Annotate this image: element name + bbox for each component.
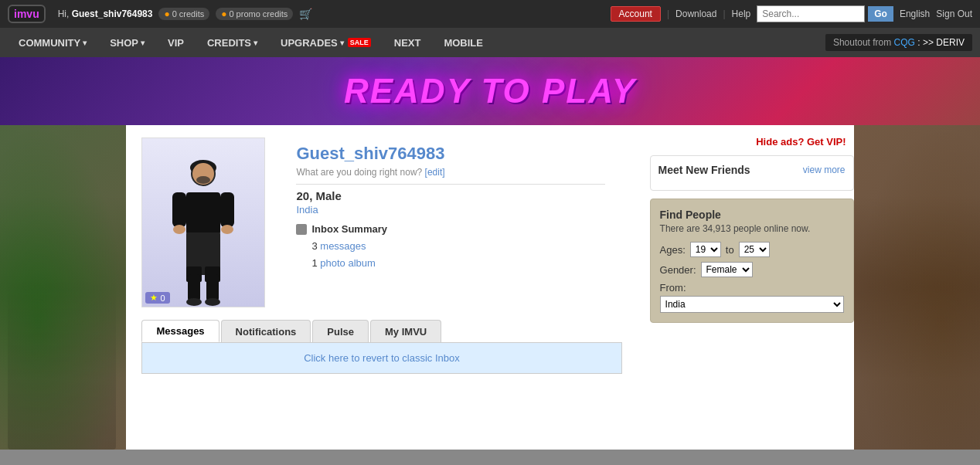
svg-rect-6 xyxy=(220,192,234,227)
view-more-link[interactable]: view more xyxy=(803,165,846,175)
status-text: What are you doing right now? xyxy=(296,167,422,178)
svg-point-14 xyxy=(186,298,202,306)
albums-line: 1 photo album xyxy=(311,255,621,272)
svg-rect-5 xyxy=(172,192,186,227)
from-select[interactable]: India United States United Kingdom Canad… xyxy=(660,296,844,313)
svg-point-8 xyxy=(221,225,233,234)
credits-label: credits xyxy=(179,9,204,19)
nav-upgrades-arrow: ▾ xyxy=(340,39,344,47)
star-count: 0 xyxy=(160,294,165,303)
search-input[interactable] xyxy=(757,5,865,22)
account-button[interactable]: Account xyxy=(611,6,661,22)
download-link[interactable]: Download xyxy=(675,8,716,19)
nav-shop-label: SHOP xyxy=(110,37,138,49)
messages-line: 3 messages xyxy=(311,238,621,255)
profile-status-line: What are you doing right now? [edit] xyxy=(296,167,621,178)
nav-upgrades[interactable]: UPGRADES ▾ SALE xyxy=(270,31,382,55)
shoutout-label: Shoutout from xyxy=(833,37,891,48)
profile-area: ★ 0 Guest_shiv764983 What are you doing … xyxy=(126,125,637,320)
right-sidebar: Hide ads? Get VIP! Meet New Friends view… xyxy=(638,125,854,450)
nav-vip[interactable]: VIP xyxy=(157,31,195,55)
profile-username[interactable]: Guest_shiv764983 xyxy=(296,144,621,164)
avatar-star-badge: ★ 0 xyxy=(145,292,169,304)
nav-mobile-label: MOBILE xyxy=(444,37,483,49)
nav-shop-arrow: ▾ xyxy=(141,39,145,47)
nav-credits-arrow: ▾ xyxy=(254,39,257,47)
tab-pulse[interactable]: Pulse xyxy=(312,320,369,342)
nav-community-label: COMMUNITY xyxy=(19,37,80,49)
topbar-username: Guest_shiv764983 xyxy=(72,8,153,19)
logo-line2: vu xyxy=(26,8,39,20)
help-link[interactable]: Help xyxy=(732,8,751,19)
gender-label: Gender: xyxy=(660,264,696,276)
revert-bar[interactable]: Click here to revert to classic Inbox xyxy=(142,343,621,373)
main-content: ★ 0 Guest_shiv764983 What are you doing … xyxy=(126,125,853,450)
credits-badge[interactable]: ● 0 credits xyxy=(158,8,209,20)
nav-vip-label: VIP xyxy=(168,37,184,49)
ages-label: Ages: xyxy=(660,244,686,256)
hi-text: Hi, xyxy=(58,8,70,19)
nav-mobile[interactable]: MOBILE xyxy=(433,31,494,55)
profile-age: 20 xyxy=(296,189,309,202)
promo-credits-badge[interactable]: ● 0 promo credits xyxy=(216,8,293,20)
signout-link[interactable]: Sign Out xyxy=(936,8,972,19)
tab-content: Click here to revert to classic Inbox xyxy=(141,342,621,374)
svg-rect-12 xyxy=(188,274,200,301)
banner-text: READY TO PLAY xyxy=(344,72,636,110)
age-from-select[interactable]: 19 20212223 xyxy=(690,242,721,257)
search-go-button[interactable]: Go xyxy=(868,6,893,22)
find-people-title: Find People xyxy=(660,209,844,221)
shoutout-rest: : >> DERIV xyxy=(917,37,965,48)
age-to-label: to xyxy=(726,244,734,256)
nav-next-label: NEXT xyxy=(394,37,421,49)
profile-gender: Male xyxy=(315,189,341,202)
profile-location[interactable]: India xyxy=(296,204,621,216)
from-row: From: India United States United Kingdom… xyxy=(660,282,844,313)
gender-select[interactable]: Female Male Any xyxy=(701,262,753,277)
albums-count: 1 xyxy=(311,257,317,269)
messages-count: 3 xyxy=(311,240,317,252)
shoutout-user[interactable]: CQG xyxy=(894,37,915,48)
tab-notifications[interactable]: Notifications xyxy=(221,320,311,342)
tab-messages[interactable]: Messages xyxy=(141,320,219,342)
inbox-icon xyxy=(296,224,307,235)
search-box: Go xyxy=(757,5,893,22)
sale-tag: SALE xyxy=(348,38,371,47)
nav-shop[interactable]: SHOP ▾ xyxy=(99,31,155,55)
promo-label: promo credits xyxy=(236,9,288,19)
nav-community[interactable]: COMMUNITY ▾ xyxy=(8,31,97,55)
profile-divider xyxy=(296,184,605,185)
promo-icon: ● xyxy=(221,8,226,19)
ages-row: Ages: 19 20212223 to 25 262728 xyxy=(660,242,844,257)
banner: READY TO PLAY xyxy=(0,57,980,125)
photo-album-link[interactable]: photo album xyxy=(320,257,376,269)
hide-ads-text[interactable]: Hide ads? Get VIP! xyxy=(650,133,854,148)
find-people-box: Find People There are 34,913 people onli… xyxy=(650,199,854,323)
avatar-svg xyxy=(157,152,250,307)
language-link[interactable]: English xyxy=(900,8,930,19)
greeting-text: Hi, Guest_shiv764983 xyxy=(58,8,153,19)
profile-and-sidebar: ★ 0 Guest_shiv764983 What are you doing … xyxy=(126,125,853,450)
credits-count: 0 xyxy=(172,9,177,19)
profile-age-gender: 20, Male xyxy=(296,189,621,202)
age-to-select[interactable]: 25 262728 xyxy=(739,242,770,257)
meet-friends-box: Meet New Friends view more xyxy=(650,155,854,191)
profile-info: Guest_shiv764983 What are you doing righ… xyxy=(296,137,621,307)
nav-credits[interactable]: CREDITS ▾ xyxy=(196,31,268,55)
messages-link[interactable]: messages xyxy=(320,240,366,252)
svg-point-3 xyxy=(196,176,210,184)
status-edit-link[interactable]: [edit] xyxy=(425,167,445,178)
tab-my-imvu[interactable]: My IMVU xyxy=(370,320,441,342)
nav-next[interactable]: NEXT xyxy=(383,31,432,55)
topbar: imvu Hi, Guest_shiv764983 ● 0 credits ● … xyxy=(0,0,980,28)
svg-point-15 xyxy=(205,298,220,306)
cart-icon[interactable]: 🛒 xyxy=(299,8,312,20)
meet-friends-header: Meet New Friends view more xyxy=(658,164,846,176)
profile-main: ★ 0 Guest_shiv764983 What are you doing … xyxy=(126,125,637,450)
inbox-details: 3 messages 1 photo album xyxy=(311,238,621,272)
online-count: There are 34,913 people online now. xyxy=(660,223,844,234)
meet-friends-title: Meet New Friends xyxy=(658,164,750,176)
shoutout-bar: Shoutout from CQG : >> DERIV xyxy=(825,34,972,51)
inbox-summary: Inbox Summary xyxy=(296,223,621,235)
navbar: COMMUNITY ▾ SHOP ▾ VIP CREDITS ▾ UPGRADE… xyxy=(0,28,980,57)
